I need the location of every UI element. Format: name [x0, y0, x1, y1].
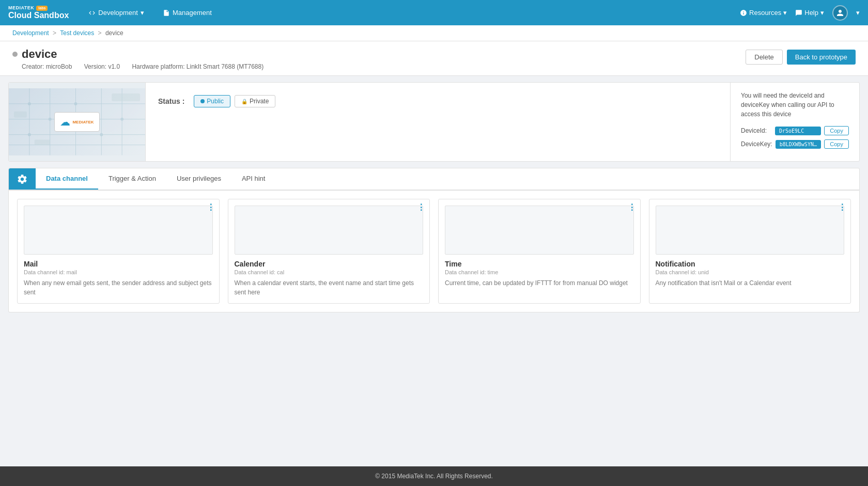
device-api-section: You will need the deviceId and deviceKey…: [730, 83, 859, 161]
card-mail-menu[interactable]: ⋮: [207, 203, 215, 212]
svg-point-12: [100, 133, 103, 136]
card-time-channel-id: Data channel id: time: [445, 269, 634, 275]
card-notification-description: Any notification that isn't Mail or a Ca…: [656, 278, 845, 288]
api-info-text: You will need the deviceId and deviceKey…: [741, 91, 849, 119]
back-to-prototype-button[interactable]: Back to prototype: [787, 50, 856, 65]
cards-container: ⋮ Mail Data channel id: mail When any ne…: [8, 191, 860, 312]
svg-point-9: [28, 102, 31, 105]
device-info-panel: ☁ MEDIATEK Status : Public 🔒 Private You…: [8, 82, 860, 162]
device-status-section: Status : Public 🔒 Private: [146, 83, 730, 161]
brand-name: Cloud Sandbox: [8, 11, 69, 20]
device-image-section: ☁ MEDIATEK: [9, 83, 146, 161]
card-mail-image: [24, 206, 213, 255]
device-key-value: b8LDXWBwSYNBobSoU: [776, 140, 822, 149]
channel-card-mail: ⋮ Mail Data channel id: mail When any ne…: [17, 199, 220, 304]
settings-icon: [17, 174, 28, 185]
card-calender-title: Calender: [235, 260, 424, 268]
card-notification-menu[interactable]: ⋮: [838, 203, 846, 212]
device-id-label: DeviceId:: [741, 127, 772, 134]
svg-point-13: [120, 118, 123, 121]
card-calender-image: [235, 206, 424, 255]
channel-card-time: ⋮ Time Data channel id: time Current tim…: [438, 199, 641, 304]
device-header: device Creator: microBob Version: v1.0 H…: [0, 41, 868, 76]
device-key-copy-button[interactable]: Copy: [824, 139, 849, 149]
svg-rect-16: [112, 93, 140, 101]
cloud-icon: ☁: [60, 116, 70, 128]
card-mail-description: When any new email gets sent, the sender…: [24, 278, 213, 297]
svg-rect-15: [14, 112, 27, 118]
tabs-header: Data channel Trigger & Action User privi…: [9, 168, 859, 190]
tab-data-channel[interactable]: Data channel: [36, 168, 98, 190]
tab-trigger-action[interactable]: Trigger & Action: [98, 168, 166, 190]
device-meta: Creator: microBob Version: v1.0 Hardware…: [22, 63, 274, 70]
brand-labs-badge: labs: [36, 6, 48, 11]
delete-button[interactable]: Delete: [746, 50, 783, 65]
breadcrumb-sep1: >: [53, 29, 56, 37]
nav-resources[interactable]: Resources ▾: [740, 9, 787, 17]
status-public-btn[interactable]: Public: [194, 95, 230, 107]
breadcrumb-device: device: [105, 29, 123, 37]
status-options: Public 🔒 Private: [194, 95, 275, 107]
card-calender-channel-id: Data channel id: cal: [235, 269, 424, 275]
tab-user-privileges[interactable]: User privileges: [166, 168, 231, 190]
device-title: device: [22, 48, 57, 61]
svg-point-14: [28, 133, 31, 136]
footer: © 2015 MediaTek Inc. All Rights Reserved…: [0, 466, 868, 486]
device-key-label: DeviceKey:: [741, 140, 772, 148]
breadcrumb-test-devices[interactable]: Test devices: [60, 29, 94, 37]
nav-resources-label: Resources: [749, 9, 781, 17]
card-mail-channel-id: Data channel id: mail: [24, 269, 213, 275]
tab-api-hint[interactable]: API hint: [231, 168, 276, 190]
footer-text: © 2015 MediaTek Inc. All Rights Reserved…: [375, 473, 493, 480]
nav-management-label: Management: [173, 9, 212, 17]
channel-card-notification: ⋮ Notification Data channel id: unid Any…: [649, 199, 851, 304]
mediatek-logo: ☁ MEDIATEK: [54, 112, 99, 132]
navbar: MEDIATEK labs Cloud Sandbox Development …: [0, 0, 868, 25]
card-notification-image: [656, 206, 845, 255]
status-private-btn[interactable]: 🔒 Private: [235, 95, 275, 107]
svg-point-11: [74, 102, 78, 105]
brand-mediatek: MEDIATEK: [8, 6, 34, 11]
device-key-row: DeviceKey: b8LDXWBwSYNBobSoU Copy: [741, 139, 849, 149]
breadcrumb-development[interactable]: Development: [12, 29, 49, 37]
nav-development[interactable]: Development ▾: [84, 7, 148, 19]
card-notification-title: Notification: [656, 260, 845, 268]
card-time-menu[interactable]: ⋮: [628, 203, 636, 212]
status-public-label: Public: [207, 98, 224, 105]
nav-help-label: Help: [804, 9, 818, 17]
card-time-description: Current time, can be updated by IFTTT fo…: [445, 278, 634, 288]
device-version: Version: v1.0: [84, 63, 120, 70]
avatar[interactable]: [832, 5, 848, 21]
mediatek-logo-text: MEDIATEK: [72, 120, 94, 124]
card-calender-menu[interactable]: ⋮: [417, 203, 425, 212]
card-time-image: [445, 206, 634, 255]
device-id-value: DrSoE9LC: [775, 127, 821, 135]
status-label: Status :: [158, 97, 184, 105]
card-time-title: Time: [445, 260, 634, 268]
nav-management[interactable]: Management: [159, 7, 216, 19]
breadcrumb-sep2: >: [98, 29, 102, 37]
public-dot: [200, 99, 205, 103]
device-id-copy-button[interactable]: Copy: [824, 126, 849, 135]
channel-card-calender: ⋮ Calender Data channel id: cal When a c…: [228, 199, 430, 304]
nav-development-chevron: ▾: [141, 9, 144, 17]
nav-help[interactable]: Help ▾: [795, 9, 824, 17]
lock-icon: 🔒: [241, 99, 247, 104]
brand: MEDIATEK labs Cloud Sandbox: [8, 6, 69, 20]
tabs-section: Data channel Trigger & Action User privi…: [8, 168, 860, 191]
card-notification-channel-id: Data channel id: unid: [656, 269, 845, 275]
nav-right: Resources ▾ Help ▾ ▾: [740, 5, 860, 21]
breadcrumb: Development > Test devices > device: [0, 25, 868, 41]
tab-icon-box: [9, 168, 36, 190]
card-mail-title: Mail: [24, 260, 213, 268]
device-creator: Creator: microBob: [22, 63, 72, 70]
device-image: ☁ MEDIATEK: [9, 88, 145, 155]
device-hardware: Hardware platform: LinkIt Smart 7688 (MT…: [132, 63, 264, 70]
device-id-row: DeviceId: DrSoE9LC Copy: [741, 126, 849, 135]
card-calender-description: When a calendar event starts, the event …: [235, 278, 424, 297]
svg-point-10: [49, 118, 52, 121]
nav-development-label: Development: [98, 9, 138, 17]
svg-rect-17: [35, 140, 50, 145]
status-private-label: Private: [250, 98, 269, 105]
device-status-dot: [12, 52, 18, 57]
